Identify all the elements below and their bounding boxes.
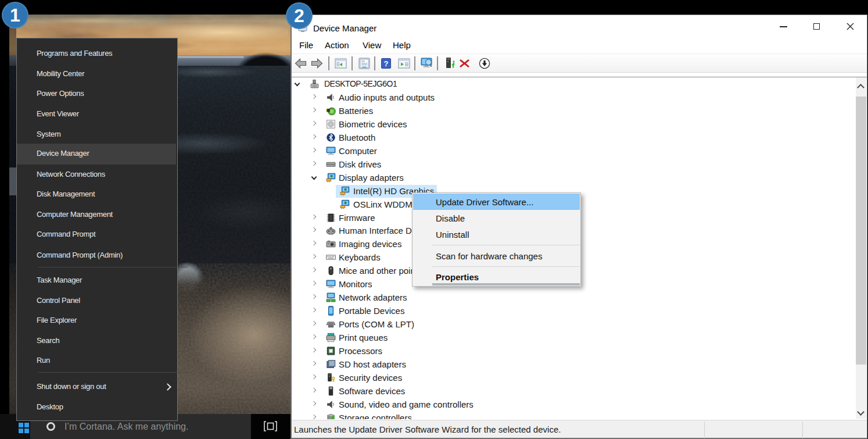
svg-text:?: ? bbox=[384, 59, 389, 68]
